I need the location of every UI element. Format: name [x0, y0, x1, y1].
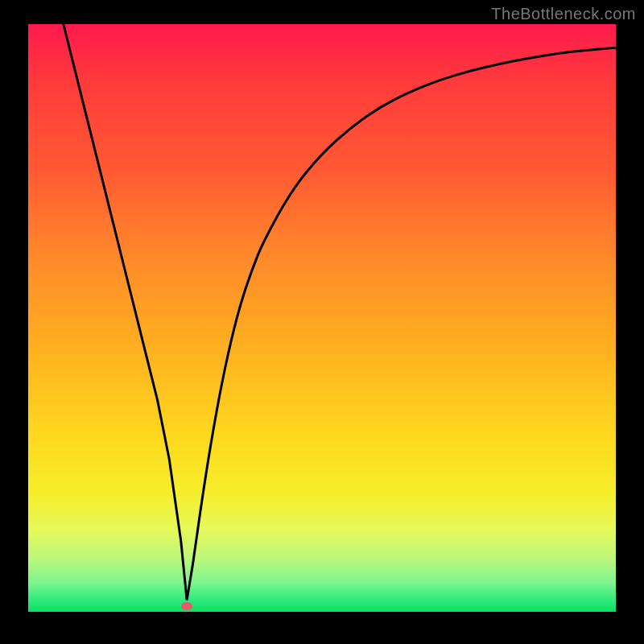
plot-area [28, 24, 616, 612]
curve-path [64, 24, 616, 600]
optimal-marker [181, 602, 192, 610]
chart-frame: TheBottleneck.com [0, 0, 644, 644]
watermark-text: TheBottleneck.com [491, 5, 636, 23]
bottleneck-curve [28, 24, 616, 612]
